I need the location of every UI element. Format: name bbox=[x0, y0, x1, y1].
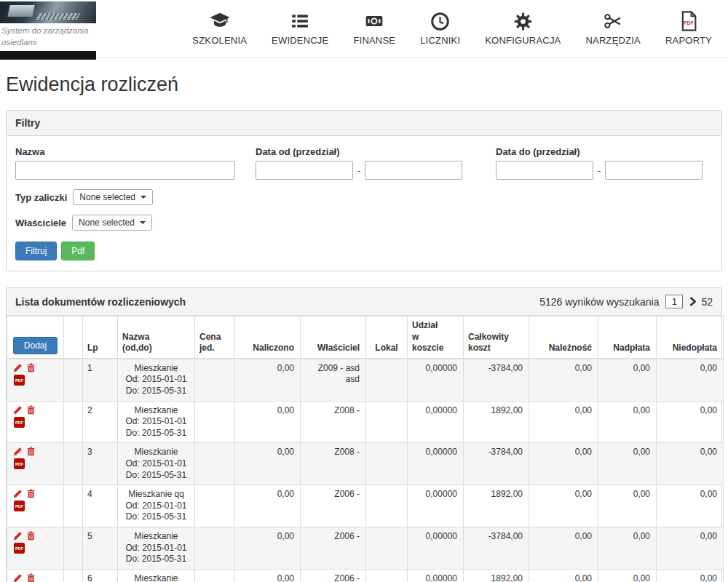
nav-item-label: KONFIGURACJA bbox=[485, 35, 561, 46]
data-do-from-input[interactable] bbox=[496, 161, 593, 180]
filters-panel-title: Filtry bbox=[7, 111, 721, 136]
row-select-cell bbox=[64, 569, 83, 582]
row-cena bbox=[195, 359, 235, 401]
logo[interactable]: System do zarządzania osiedlami bbox=[0, 1, 96, 60]
nazwa-input[interactable] bbox=[15, 161, 235, 180]
row-select-cell bbox=[64, 359, 83, 401]
row-pdf-icon[interactable]: PDF bbox=[14, 501, 25, 511]
row-pdf-icon[interactable]: PDF bbox=[14, 458, 25, 469]
row-wlasciciel: Z006 - bbox=[301, 485, 366, 527]
row-nadplata: 0,00 bbox=[598, 359, 657, 401]
row-niedoplata: 0,00 bbox=[657, 569, 724, 582]
row-lokal bbox=[366, 569, 408, 582]
edit-icon[interactable] bbox=[13, 489, 23, 498]
pdf-button[interactable]: Pdf bbox=[61, 242, 95, 260]
row-nadplata: 0,00 bbox=[598, 527, 657, 569]
table-row: PDF 6 Mieszkanie Od: 2015-01-01 Do: 2015… bbox=[7, 569, 724, 582]
main-nav: SZKOLENIA EWIDENCJE FINANSE LICZNIKI KON… bbox=[192, 0, 712, 46]
nav-item-finanse[interactable]: FINANSE bbox=[353, 9, 395, 46]
row-naliczono: 0,00 bbox=[235, 527, 301, 569]
delete-icon[interactable] bbox=[26, 489, 36, 498]
wlasciciele-label: Właściciele bbox=[15, 218, 66, 228]
row-udzial: 0,00000 bbox=[408, 443, 464, 485]
nav-item-konfiguracja[interactable]: KONFIGURACJA bbox=[485, 9, 561, 46]
row-naliczono: 0,00 bbox=[235, 359, 301, 401]
typ-zaliczki-dropdown[interactable]: None selected bbox=[73, 189, 153, 205]
row-naleznosc: 0,00 bbox=[529, 485, 598, 527]
nav-item-raporty[interactable]: PDF RAPORTY bbox=[665, 9, 712, 46]
edit-icon[interactable] bbox=[13, 363, 23, 372]
column-header: Nazwa (od,do) bbox=[118, 316, 195, 359]
logo-photo bbox=[0, 1, 96, 23]
wlasciciele-dropdown[interactable]: None selected bbox=[72, 215, 152, 231]
results-table: Dodaj LpNazwa (od,do)Cena jed.NaliczonoW… bbox=[7, 316, 724, 582]
row-pdf-icon[interactable]: PDF bbox=[14, 375, 25, 386]
range-separator: - bbox=[598, 165, 601, 176]
results-title: Lista dokumentów rozliczeniowych bbox=[15, 296, 186, 308]
row-select-cell bbox=[64, 485, 83, 527]
data-do-to-input[interactable] bbox=[605, 161, 703, 180]
next-page-chevron-icon[interactable] bbox=[689, 297, 696, 306]
data-od-label: Data od (przedział) bbox=[256, 146, 496, 157]
nav-item-label: EWIDENCJE bbox=[272, 35, 328, 46]
svg-text:PDF: PDF bbox=[15, 378, 24, 383]
svg-text:PDF: PDF bbox=[15, 420, 24, 425]
row-lp: 2 bbox=[83, 401, 118, 443]
nav-item-narzedzia[interactable]: NARZĘDZIA bbox=[586, 9, 641, 46]
row-niedoplata: 0,00 bbox=[657, 527, 724, 569]
column-header: Całkowity koszt bbox=[464, 316, 529, 359]
row-koszt: -3784,00 bbox=[464, 443, 529, 485]
data-od-to-input[interactable] bbox=[365, 161, 462, 180]
row-koszt: 1892,00 bbox=[464, 401, 529, 443]
delete-icon[interactable] bbox=[26, 531, 36, 541]
column-header: Cena jed. bbox=[195, 316, 235, 359]
row-lokal bbox=[366, 401, 408, 443]
last-page-number[interactable]: 52 bbox=[701, 296, 713, 308]
row-pdf-icon[interactable]: PDF bbox=[14, 417, 25, 428]
svg-text:PDF: PDF bbox=[684, 20, 694, 25]
nav-item-liczniki[interactable]: LICZNIKI bbox=[420, 9, 460, 46]
caret-down-icon bbox=[140, 221, 146, 224]
nav-item-ewidencje[interactable]: EWIDENCJE bbox=[272, 9, 328, 46]
row-lp: 1 bbox=[83, 359, 118, 401]
current-page-box[interactable]: 1 bbox=[665, 295, 683, 308]
edit-icon[interactable] bbox=[13, 531, 23, 541]
row-lokal bbox=[366, 485, 408, 527]
column-header: Udział w koszcie bbox=[408, 316, 464, 359]
svg-text:PDF: PDF bbox=[15, 463, 24, 467]
column-header: Nadpłata bbox=[598, 316, 657, 359]
table-row: PDF 3 Mieszkanie Od: 2015-01-01 Do: 2015… bbox=[7, 443, 724, 485]
svg-text:PDF: PDF bbox=[15, 546, 24, 551]
row-actions: PDF bbox=[7, 527, 64, 569]
table-row: PDF 2 Mieszkanie Od: 2015-01-01 Do: 2015… bbox=[7, 401, 724, 443]
edit-icon[interactable] bbox=[13, 573, 23, 582]
row-naleznosc: 0,00 bbox=[529, 443, 598, 485]
row-select-cell bbox=[64, 401, 83, 443]
row-udzial: 0,00000 bbox=[408, 569, 464, 582]
row-naliczono: 0,00 bbox=[235, 485, 301, 527]
row-name: Mieszkanie Od: 2015-01-01 Do: 2015-05-31 bbox=[118, 527, 195, 569]
results-tbody: PDF 1 Mieszkanie Od: 2015-01-01 Do: 2015… bbox=[7, 359, 724, 582]
edit-icon[interactable] bbox=[13, 405, 23, 415]
delete-icon[interactable] bbox=[26, 573, 36, 582]
row-niedoplata: 0,00 bbox=[657, 401, 724, 443]
row-niedoplata: 0,00 bbox=[657, 443, 724, 485]
delete-icon[interactable] bbox=[26, 405, 36, 415]
row-nadplata: 0,00 bbox=[598, 485, 657, 527]
table-row: PDF 5 Mieszkanie Od: 2015-01-01 Do: 2015… bbox=[7, 527, 724, 569]
delete-icon[interactable] bbox=[26, 363, 36, 372]
add-button[interactable]: Dodaj bbox=[13, 337, 58, 354]
row-actions: PDF bbox=[7, 359, 64, 401]
caret-down-icon bbox=[141, 196, 146, 199]
row-naliczono: 0,00 bbox=[235, 569, 301, 582]
row-naleznosc: 0,00 bbox=[529, 569, 598, 582]
delete-icon[interactable] bbox=[26, 447, 36, 456]
row-cena bbox=[195, 527, 235, 569]
data-od-from-input[interactable] bbox=[256, 161, 353, 180]
wlasciciele-value: None selected bbox=[79, 218, 135, 228]
row-pdf-icon[interactable]: PDF bbox=[14, 543, 25, 554]
nav-item-szkolenia[interactable]: SZKOLENIA bbox=[192, 9, 247, 46]
filtruj-button[interactable]: Filtruj bbox=[15, 242, 57, 260]
edit-icon[interactable] bbox=[13, 447, 23, 456]
row-cena bbox=[195, 401, 235, 443]
